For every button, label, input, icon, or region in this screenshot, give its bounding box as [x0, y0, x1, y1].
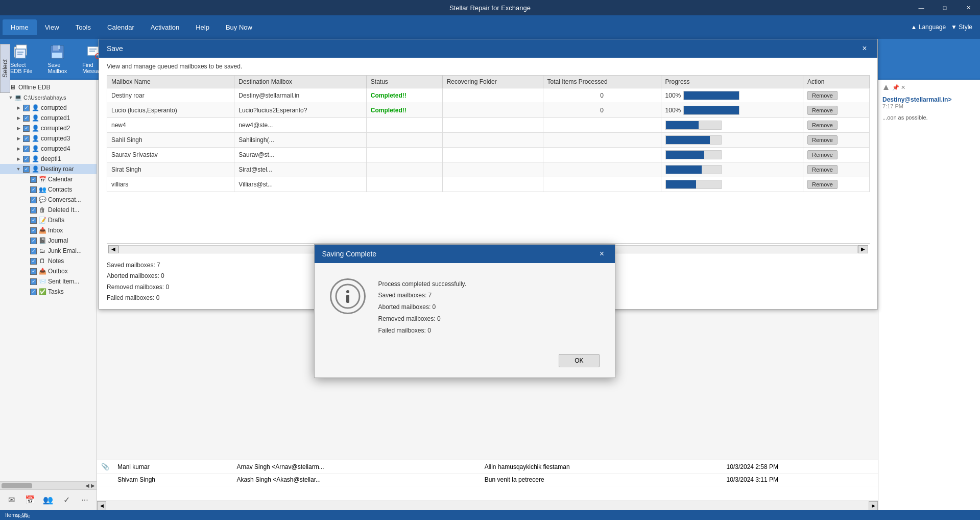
checkbox-corrupted2[interactable]	[23, 125, 30, 132]
remove-button[interactable]: Remove	[807, 121, 838, 130]
expand-icon[interactable]	[25, 268, 29, 274]
contacts-nav-icon[interactable]: 👥	[40, 492, 56, 508]
remove-button[interactable]: Remove	[807, 150, 838, 159]
sidebar-item-sent-items[interactable]: 📨 Sent Item...	[0, 276, 97, 287]
select-tab[interactable]: Select	[0, 44, 10, 93]
checkbox-drafts[interactable]	[30, 217, 37, 224]
scroll-right[interactable]: ▶	[869, 501, 878, 510]
checkbox-inbox[interactable]	[30, 227, 37, 234]
sidebar-item-corrupted4[interactable]: ▶ 👤 corrupted4	[0, 144, 97, 154]
sidebar-item-calendar[interactable]: 📅 Calendar	[0, 174, 97, 184]
sidebar-item-destiny-roar[interactable]: ▼ 👤 Destiny roar	[0, 164, 97, 174]
expand-icon[interactable]	[25, 238, 29, 244]
expand-icon[interactable]	[25, 217, 29, 223]
sidebar-item-offline-edb[interactable]: ▼ 🖥 Offline EDB	[0, 82, 97, 92]
checkbox-corrupted4[interactable]	[23, 146, 30, 152]
email-list-scrollbar[interactable]: ◀ ▶	[97, 501, 878, 510]
sidebar-scrollbar[interactable]: ◀ ▶	[0, 481, 97, 489]
more-nav-icon[interactable]: ···	[77, 492, 92, 508]
table-row[interactable]: 📎 Mani kumar Arnav Singh <Arnav@stellarm…	[97, 460, 878, 474]
checkbox-outbox[interactable]	[30, 268, 37, 275]
menu-home[interactable]: Home	[3, 19, 37, 35]
expand-icon[interactable]	[25, 258, 29, 264]
collapse-icon[interactable]	[882, 84, 890, 91]
checkbox-junk-email[interactable]	[30, 248, 37, 254]
remove-button[interactable]: Remove	[807, 165, 838, 174]
checkbox-journal[interactable]	[30, 238, 37, 244]
remove-button[interactable]: Remove	[807, 91, 838, 100]
menu-activation[interactable]: Activation	[142, 19, 187, 35]
expand-icon[interactable]	[25, 227, 29, 233]
scroll-left[interactable]: ◀	[97, 501, 106, 510]
style-option[interactable]: ▼ Style	[951, 23, 972, 31]
checkbox-deepti1[interactable]	[23, 156, 30, 162]
sidebar-item-corrupted3[interactable]: ▶ 👤 corrupted3	[0, 133, 97, 144]
menu-view[interactable]: View	[37, 19, 67, 35]
checkbox-corrupted[interactable]	[23, 105, 30, 111]
menu-calendar[interactable]: Calendar	[99, 19, 142, 35]
sidebar-item-outbox[interactable]: 📤 Outbox	[0, 266, 97, 276]
sidebar-item-deepti1[interactable]: ▶ 👤 deepti1	[0, 154, 97, 164]
expand-icon[interactable]	[25, 176, 29, 182]
expand-icon[interactable]	[25, 289, 29, 295]
table-row[interactable]: Shivam Singh Akash Singh <Akash@stellar.…	[97, 474, 878, 486]
sidebar-item-journal[interactable]: 📓 Journal	[0, 235, 97, 246]
sidebar-item-inbox[interactable]: 📥 Inbox	[0, 225, 97, 235]
checkbox-calendar[interactable]	[30, 176, 37, 183]
menu-buynow[interactable]: Buy Now	[218, 19, 260, 35]
sidebar-item-corrupted2[interactable]: ▶ 👤 corrupted2	[0, 123, 97, 133]
checkbox-contacts[interactable]	[30, 186, 37, 193]
expand-icon[interactable]	[25, 186, 29, 193]
remove-button[interactable]: Remove	[807, 106, 838, 115]
sidebar-item-tasks[interactable]: ✅ Tasks	[0, 287, 97, 297]
save-mailbox-button[interactable]: SaveMailbox	[42, 41, 72, 77]
scroll-right-arrow[interactable]: ▶	[858, 245, 868, 253]
pin-icon[interactable]: 📌	[892, 84, 899, 91]
maximize-button[interactable]: □	[933, 0, 957, 15]
modal-close-button[interactable]: ×	[597, 249, 607, 259]
scroll-left-arrow[interactable]: ◀	[108, 245, 118, 253]
language-option[interactable]: ▲ Language	[911, 23, 946, 31]
expand-icon[interactable]: ▶	[15, 135, 21, 141]
calendar-nav-icon[interactable]: 📅	[22, 492, 38, 508]
sidebar-item-corrupted1[interactable]: ▶ 👤 corrupted1	[0, 113, 97, 123]
menu-tools[interactable]: Tools	[67, 19, 99, 35]
remove-button[interactable]: Remove	[807, 135, 838, 145]
expand-icon[interactable]: ▶	[15, 105, 21, 111]
expand-icon[interactable]	[25, 207, 29, 213]
expand-icon[interactable]: ▶	[15, 146, 21, 152]
menu-help[interactable]: Help	[187, 19, 218, 35]
sidebar-item-conversations[interactable]: 💬 Conversat...	[0, 195, 97, 205]
expand-icon[interactable]	[25, 248, 29, 254]
expand-icon[interactable]: ▶	[15, 125, 21, 131]
sidebar-item-c-users[interactable]: ▼ 💻 C:\Users\abhay.s	[0, 92, 97, 103]
checkbox-corrupted3[interactable]	[23, 135, 30, 142]
sidebar-item-junk-email[interactable]: 🗂 Junk Emai...	[0, 246, 97, 256]
expand-icon[interactable]: ▼	[8, 94, 14, 101]
ok-button[interactable]: OK	[559, 354, 599, 367]
checkbox-destiny-roar[interactable]	[23, 166, 30, 173]
close-button[interactable]: ✕	[957, 0, 980, 15]
checkbox-tasks[interactable]	[30, 289, 37, 295]
sidebar-item-drafts[interactable]: 📝 Drafts	[0, 215, 97, 225]
expand-icon[interactable]: ▼	[15, 166, 21, 172]
expand-icon[interactable]	[25, 278, 29, 285]
sidebar-item-deleted-items[interactable]: 🗑 Deleted It...	[0, 205, 97, 215]
scroll-thumb[interactable]	[2, 483, 32, 488]
save-dialog-close-button[interactable]: ×	[859, 43, 870, 54]
checkbox-deleted-items[interactable]	[30, 207, 37, 214]
minimize-button[interactable]: —	[910, 0, 933, 15]
sidebar-item-notes[interactable]: 🗒 Notes	[0, 256, 97, 266]
checkbox-corrupted1[interactable]	[23, 115, 30, 122]
expand-icon[interactable]: ▶	[15, 115, 21, 121]
scroll-right-arrow[interactable]: ▶	[91, 483, 95, 488]
expand-icon[interactable]	[25, 197, 29, 203]
checkbox-conversations[interactable]	[30, 197, 37, 203]
tasks-nav-icon[interactable]: ✓	[59, 492, 74, 508]
sidebar-item-contacts[interactable]: 👥 Contacts	[0, 184, 97, 195]
checkbox-sent-items[interactable]	[30, 278, 37, 285]
sidebar-item-corrupted[interactable]: ▶ 👤 corrupted	[0, 103, 97, 113]
expand-icon[interactable]: ▶	[15, 156, 21, 162]
checkbox-notes[interactable]	[30, 258, 37, 265]
mail-nav-icon[interactable]: ✉	[4, 492, 19, 508]
